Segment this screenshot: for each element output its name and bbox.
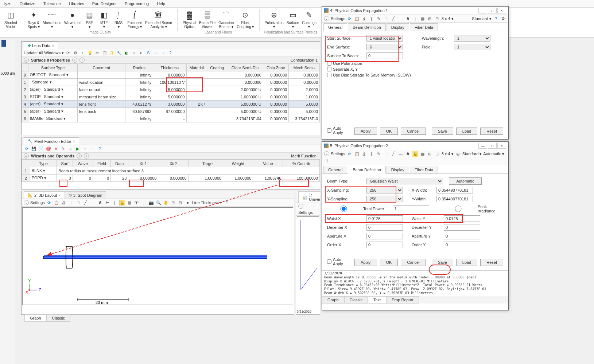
tab-general[interactable]: General [323,166,347,173]
save-button[interactable]: Save [432,128,453,135]
lock-icon[interactable]: 🔒 [412,151,418,157]
ribbon-rms[interactable]: ⎷RMS▾ [111,9,126,30]
cell[interactable]: 5.0000 [289,108,320,115]
tab-beam-def[interactable]: Beam Definition [348,166,386,174]
cell[interactable]: Infinity [125,71,153,79]
table-row[interactable]: 1 Standard ▾waist locationInfinity106.10… [22,79,320,86]
cell[interactable] [207,115,227,122]
cancel-button[interactable]: Cancel [401,128,426,135]
help-icon[interactable]: ? [493,16,499,21]
cell[interactable]: 0 [73,175,93,182]
ribbon-coatings[interactable]: ✎Coatings▾ [300,9,318,30]
print-icon[interactable]: 🖨 [361,16,367,21]
help-icon[interactable]: ? [324,158,330,164]
std-dropdown[interactable]: Standard ▾ [462,152,482,156]
cell[interactable] [207,71,227,79]
scissors-icon[interactable]: ✂ [94,50,100,56]
bulb-icon[interactable]: 💡 [87,50,93,56]
next-icon[interactable]: › [84,153,89,158]
save-icon[interactable]: 💾 [31,146,37,152]
cell[interactable] [78,71,125,79]
ribbon-aberrations[interactable]: 〰Aberrations▾ [41,9,63,30]
col-header[interactable]: Field [93,160,110,167]
col-header[interactable]: Target [193,160,223,167]
cell[interactable] [78,115,125,122]
arrows-icon[interactable]: ↔ [82,146,88,152]
cell[interactable]: 100.000000 [283,175,320,182]
ribbon-mtf[interactable]: ◧MTF▾ [97,9,111,30]
cell[interactable]: 1.003746 [253,175,283,182]
prev-icon[interactable]: ‹ [77,153,82,158]
target-icon[interactable]: ◎ [455,151,461,157]
cell[interactable] [188,175,193,182]
col-header[interactable]: Chip Zone [263,64,288,71]
total-power-radio[interactable] [327,206,360,212]
btab-graph[interactable]: Graph [322,296,344,304]
total-power-input[interactable] [393,206,429,212]
tab-beam-def[interactable]: Beam Definition [348,23,386,31]
col-header[interactable]: Mech Semi- [289,64,320,71]
table-row[interactable]: 0OBJECT Standard ▾Infinity0.0000000.0000… [22,71,320,79]
cell[interactable]: 1.0000 [289,93,320,101]
col-header[interactable]: Weight [223,160,253,167]
row-num[interactable]: 3 [22,93,28,101]
print-icon[interactable]: 🖨 [361,151,367,157]
col-header[interactable]: Data [111,160,128,167]
grid1-icon[interactable]: ▦ [420,16,426,21]
col-header[interactable] [22,64,28,71]
cell[interactable]: 0.000000 [263,71,288,79]
target-icon[interactable]: 🎯 [46,146,51,152]
settings-label[interactable]: Settings [331,152,345,156]
col-header[interactable]: Surf [57,160,73,167]
ribbon-enclosed[interactable]: ⎛EnclosedEnergy ▾ [126,9,144,30]
layout-viewport[interactable]: Y Z X 20 mm [22,207,293,305]
cell[interactable]: (aper) Standard ▾ [28,101,77,108]
cell[interactable] [186,115,207,122]
pop1-titlebar[interactable]: 4: Physical Optics Propagation 1—□× [322,7,508,15]
menu-programming[interactable]: Programming [123,1,150,7]
cell[interactable] [186,79,207,86]
close-icon[interactable]: × [58,193,61,197]
expand-icon[interactable]: ⌄ [24,200,29,205]
cell[interactable]: laser output [78,86,125,93]
btab-classic[interactable]: Classic [344,296,368,304]
menu-tolerance[interactable]: Tolerance [42,1,62,7]
tab-display[interactable]: Display [387,166,409,173]
cell[interactable]: 0.000000 [263,101,288,108]
cell[interactable]: 0.00000 [289,79,320,86]
dash-icon[interactable]: — [398,16,404,21]
col-header[interactable]: Comment [78,64,125,71]
aperture-x-input[interactable] [366,233,403,239]
pencil-icon[interactable]: ✎ [376,16,382,21]
menu-part-designer[interactable]: Part Designer [91,1,118,7]
row-num[interactable]: 0 [22,71,28,79]
cell[interactable]: 1.000000 [193,175,223,182]
row-num[interactable]: 2 [22,86,28,93]
row-num[interactable]: 1 [22,167,30,175]
wand-icon[interactable]: ✨ [109,50,115,56]
cell[interactable]: OBJECT Standard ▾ [28,71,77,79]
prev-icon[interactable]: ‹ [72,58,77,63]
btab-prop[interactable]: Prop Report [386,296,419,304]
merit-tab[interactable]: 🔧Merit Function Editor× [24,137,79,145]
col-header[interactable]: % Contrib [283,160,320,167]
sheet-icon[interactable]: 📄 [38,146,44,152]
zoom-icon[interactable]: 🔍 [156,200,162,206]
ribbon-rays-&[interactable]: ✦Rays &Spots ▾ [26,9,41,30]
cell[interactable]: BK7 [186,101,207,108]
view-icon[interactable]: 👁 [134,200,140,206]
circle-icon[interactable]: ◐ [124,50,129,56]
refresh-icon[interactable]: ⟳ [347,16,353,21]
start-surface-select[interactable]: 1 waist location [366,35,403,42]
grid1-icon[interactable]: ▦ [420,151,426,157]
grid2-icon[interactable]: ⊞ [427,151,433,157]
text-icon[interactable]: A [405,151,411,157]
tool-icon[interactable]: 🔧 [116,50,122,56]
col-header[interactable] [188,160,193,167]
gear-icon[interactable]: ⚙ [500,16,506,21]
ribbon-physical[interactable]: ▓PhysicalOptics [181,9,198,30]
x-icon[interactable]: ✕ [53,146,59,152]
settings-label[interactable]: Settings [298,210,313,215]
cell[interactable] [207,79,227,86]
use-pol-check[interactable] [327,61,331,66]
